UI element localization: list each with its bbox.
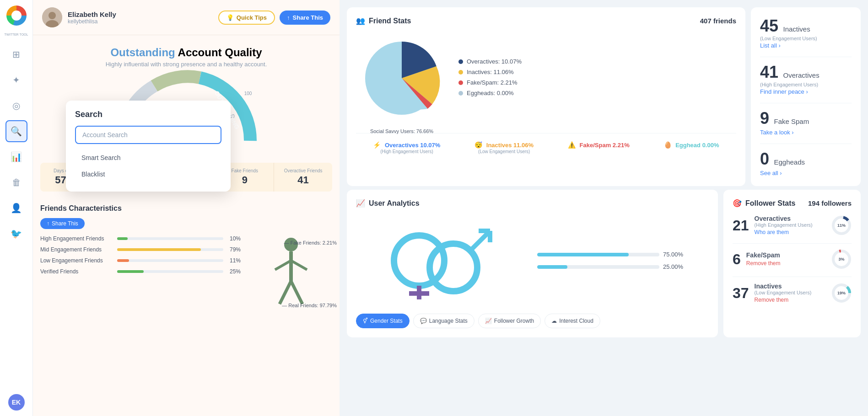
sidebar-item-target[interactable]: ◎: [5, 95, 27, 117]
gender-icon: ⚥: [363, 318, 368, 324]
bottom-inactives-sublabel: (Low Engagement Users): [474, 149, 534, 154]
share-this-button[interactable]: ↑ Share This: [280, 11, 330, 25]
tab-interest-cloud[interactable]: ☁ Interest Cloud: [545, 314, 600, 328]
bottom-inactives: 😴 Inactives 11.06% (Low Engagement Users…: [474, 141, 534, 154]
user-analytics-title: 📈 User Analytics: [356, 199, 709, 208]
friend-stats-bottom: ⚡ Overactives 10.07% (High Engagement Us…: [356, 133, 736, 154]
sidebar-item-twitter[interactable]: 🐦: [5, 223, 27, 245]
friend-right-counts: 45 Inactives (Low Engagement Users) List…: [751, 7, 861, 186]
user-analytics-card: 📈 User Analytics: [347, 190, 718, 337]
share-label: Share This: [293, 14, 323, 21]
profile-header: Elizabeth Kelly kellybethlisa 💡 Quick Ti…: [33, 0, 340, 35]
header-buttons: 💡 Quick Tips ↑ Share This: [218, 11, 330, 25]
sidebar-item-users[interactable]: 👤: [5, 197, 27, 219]
bottom-inactives-value: Inactives 11.06%: [486, 142, 534, 149]
legend-overactives-label: Overactives: 10.07%: [467, 58, 522, 65]
quality-title-rest: Account Quality: [175, 46, 262, 59]
count-fakespam-label: Fake Spam: [774, 117, 809, 125]
language-icon: 💬: [420, 318, 427, 324]
quick-tips-label: Quick Tips: [237, 14, 267, 21]
follower-fakespam-info: Fake/Spam Remove them: [746, 251, 826, 267]
friend-stats-header: 👥 Friend Stats 407 friends: [356, 16, 736, 25]
legend-dot-eggheads: [458, 91, 463, 96]
friend-stats-total: 407 friends: [700, 17, 736, 25]
quality-title-highlight: Outstanding: [110, 46, 175, 59]
count-fakespam-link[interactable]: Take a look ›: [760, 129, 794, 136]
char-bar-verified: [117, 270, 144, 273]
follower-overactives-chart: 11%: [831, 215, 852, 235]
follower-fakespam: 6 Fake/Spam Remove them 3%: [733, 249, 852, 269]
count-inactives-link[interactable]: List all ›: [760, 42, 781, 49]
char-row-low: Low Engagement Friends 11%: [40, 257, 241, 264]
follower-inactives-pct: 19%: [837, 291, 846, 295]
legend-inactives-label: Inactives: 11.06%: [467, 69, 514, 75]
friend-stats-row: 👥 Friend Stats 407 friends: [347, 7, 861, 186]
svg-line-16: [291, 261, 307, 270]
char-pct-verified: 25%: [227, 268, 241, 275]
follower-overactives-sublabel: (High Engagement Users): [755, 222, 826, 228]
friends-share-button[interactable]: ↑ Share This: [40, 218, 85, 229]
tab-cloud-label: Interest Cloud: [559, 318, 593, 324]
sidebar-item-dashboard[interactable]: ⊞: [5, 43, 27, 65]
follower-fakespam-link[interactable]: Remove them: [746, 260, 781, 267]
char-label-verified: Verified Friends: [40, 268, 113, 275]
profile-info: Elizabeth Kelly kellybethlisa: [42, 7, 116, 27]
account-search-input[interactable]: Account Search: [75, 126, 221, 144]
sidebar-item-analytics[interactable]: 📊: [5, 146, 27, 168]
count-eggheads-link[interactable]: See all ›: [760, 170, 782, 176]
female-bar-bg: [537, 265, 660, 269]
male-label: 75.00%: [663, 251, 709, 258]
char-row-verified: Verified Friends 25%: [40, 268, 241, 275]
char-label-mid: Mid Engagement Friends: [40, 246, 113, 253]
male-bar-bg: [537, 253, 660, 256]
follower-overactives-label: Overactives: [755, 215, 826, 222]
pie-chart-svg: [356, 32, 447, 124]
search-option-smart[interactable]: Smart Search: [75, 149, 221, 166]
search-option-blacklist[interactable]: Blacklist: [75, 166, 221, 182]
count-inactives-label: Inactives: [783, 25, 810, 33]
sidebar-item-search[interactable]: 🔍: [5, 120, 27, 142]
follower-stats-title: 🎯 Follower Stats: [733, 199, 795, 208]
profile-avatar: [42, 7, 62, 27]
count-overactives-sublabel: (High Engagement Users): [760, 82, 852, 87]
count-eggheads-label: Eggheads: [774, 158, 805, 166]
friends-icon: 👥: [356, 16, 365, 25]
follower-inactives-chart: 19%: [831, 283, 852, 303]
follower-inactives-num: 37: [733, 285, 749, 302]
app-name: TWITTER TOOL: [5, 33, 28, 36]
user-avatar[interactable]: EK: [8, 394, 25, 411]
follower-overactives: 21 Overactives (High Engagement Users) W…: [733, 215, 852, 236]
pie-legend: Overactives: 10.07% Inactives: 11.06% Fa…: [458, 58, 736, 100]
follower-fakespam-pct: 3%: [838, 257, 844, 261]
follower-fakespam-label: Fake/Spam: [746, 251, 826, 259]
gender-stats: 75.00% 25.00%: [537, 251, 709, 270]
friends-char-title: Friends Characteristics: [40, 204, 332, 213]
tab-gender-stats[interactable]: ⚥ Gender Stats: [356, 314, 410, 328]
overactives-icon: ⚡: [373, 141, 381, 149]
count-overactives: 41 Overactives (High Engagement Users) F…: [760, 63, 852, 96]
svg-point-20: [394, 235, 444, 286]
svg-point-23: [430, 244, 477, 291]
quick-tips-button[interactable]: 💡 Quick Tips: [218, 11, 275, 25]
friend-stats-title: 👥 Friend Stats: [356, 16, 411, 25]
svg-line-18: [291, 281, 302, 304]
bottom-egghead-value: Egghead 0.00%: [675, 142, 719, 149]
char-bar-mid: [117, 248, 201, 251]
sidebar-item-network[interactable]: ✦: [5, 69, 27, 91]
sidebar-item-trash[interactable]: 🗑: [5, 171, 27, 193]
figure-area: — Fake Friends: 2.21% — Real Friends: 97…: [250, 235, 332, 310]
legend-dot-inactives: [458, 70, 463, 75]
follower-inactives-sublabel: (Low Engagement Users): [755, 290, 826, 295]
right-panel: 👥 Friend Stats 407 friends: [340, 0, 868, 416]
app-logo[interactable]: [6, 5, 27, 26]
quality-subtitle: Highly influential with strong presence …: [42, 61, 330, 68]
count-overactives-link[interactable]: Find inner peace ›: [760, 88, 808, 95]
follower-inactives-info: Inactives (Low Engagement Users) Remove …: [755, 283, 826, 304]
tab-follower-growth[interactable]: 📈 Follower Growth: [478, 314, 541, 328]
count-inactives-num: 45: [760, 16, 778, 35]
svg-line-17: [280, 281, 291, 304]
follower-inactives-link[interactable]: Remove them: [755, 297, 789, 303]
tab-language-stats[interactable]: 💬 Language Stats: [413, 314, 474, 328]
gender-icons: [356, 215, 528, 306]
follower-overactives-link[interactable]: Who are them: [755, 229, 789, 235]
